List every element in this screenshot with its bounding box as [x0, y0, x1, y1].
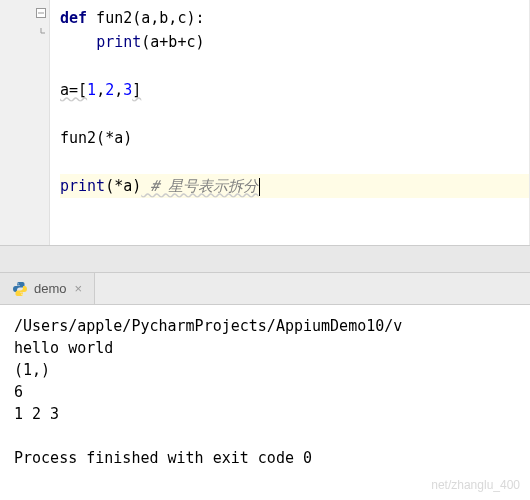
watermark: net/zhanglu_400 [431, 474, 520, 496]
builtin-print: print [96, 33, 141, 51]
keyword-def: def [60, 9, 87, 27]
svg-point-3 [21, 293, 22, 294]
editor-pane: def fun2(a,b,c): print(a+b+c) a=[1,2,3] … [0, 0, 530, 245]
code-line-active: print(*a) # 星号表示拆分 [60, 174, 529, 198]
builtin-print: print [60, 177, 105, 195]
tab-label: demo [34, 281, 67, 296]
python-icon [12, 281, 28, 297]
console-line-empty [14, 425, 524, 447]
close-icon[interactable]: × [75, 281, 83, 296]
gutter [0, 0, 50, 245]
code-line: def fun2(a,b,c): [60, 6, 529, 30]
console-path: /Users/apple/PycharmProjects/AppiumDemo1… [14, 315, 524, 337]
text-cursor [259, 178, 260, 196]
code-line: a=[1,2,3] [60, 78, 529, 102]
pane-divider[interactable] [0, 245, 530, 273]
code-line-empty [60, 150, 529, 174]
console-tab-demo[interactable]: demo × [0, 273, 95, 304]
console-line: 1 2 3 [14, 403, 524, 425]
fold-collapse-icon[interactable] [35, 8, 47, 20]
svg-point-2 [17, 283, 18, 284]
comment: # 星号表示拆分 [141, 177, 258, 195]
console-line: (1,) [14, 359, 524, 381]
console-line: hello world [14, 337, 524, 359]
params: (a,b,c): [132, 9, 204, 27]
code-line-empty [60, 102, 529, 126]
code-editor[interactable]: def fun2(a,b,c): print(a+b+c) a=[1,2,3] … [50, 0, 530, 245]
console-output[interactable]: /Users/apple/PycharmProjects/AppiumDemo1… [0, 305, 530, 500]
args: (*a) [105, 177, 141, 195]
console-line: 6 [14, 381, 524, 403]
console-tab-bar: demo × [0, 273, 530, 305]
code-line-empty [60, 54, 529, 78]
var-assign: a=[ [60, 81, 87, 99]
function-call: fun2(*a) [60, 129, 132, 147]
code-line: fun2(*a) [60, 126, 529, 150]
function-name: fun2 [87, 9, 132, 27]
code-line: print(a+b+c) [60, 30, 529, 54]
fold-end-icon [35, 28, 47, 40]
console-exit-message: Process finished with exit code 0 [14, 447, 524, 469]
args: (a+b+c) [141, 33, 204, 51]
